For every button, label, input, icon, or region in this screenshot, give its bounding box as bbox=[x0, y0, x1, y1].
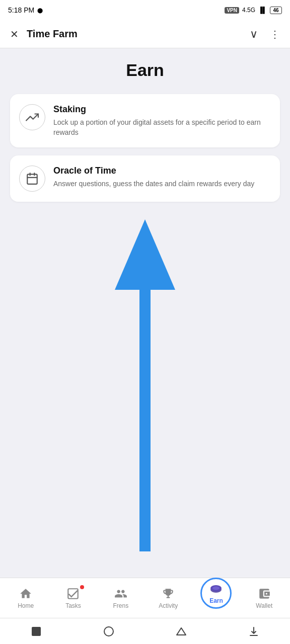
back-square-icon bbox=[30, 625, 42, 637]
staking-description: Lock up a portion of your digital assets… bbox=[53, 118, 271, 137]
svg-rect-0 bbox=[27, 175, 37, 185]
chevron-down-button[interactable]: ∨ bbox=[248, 26, 260, 43]
nav-item-wallet[interactable]: Wallet bbox=[249, 584, 279, 612]
home-label: Home bbox=[18, 602, 34, 609]
more-icon: ⋮ bbox=[270, 29, 280, 40]
frens-icon bbox=[114, 587, 127, 600]
battery-indicator: 46 bbox=[270, 7, 282, 14]
nav-item-home[interactable]: Home bbox=[11, 584, 41, 612]
home-icon bbox=[19, 587, 32, 600]
close-button[interactable]: ✕ bbox=[8, 26, 21, 42]
wallet-icon bbox=[258, 587, 271, 600]
tasks-icon bbox=[66, 587, 80, 600]
blue-arrow-svg bbox=[110, 189, 180, 551]
signal-bars-icon: ▐▌ bbox=[258, 7, 267, 14]
page-title: Earn bbox=[10, 60, 280, 80]
earn-coin-icon bbox=[209, 582, 223, 596]
recents-triangle-icon bbox=[175, 625, 187, 637]
back-square-button[interactable] bbox=[27, 622, 45, 640]
status-right-area: VPN 4.5G ▐▌ 46 bbox=[225, 7, 282, 14]
earn-label: Earn bbox=[209, 597, 223, 604]
staking-card[interactable]: Staking Lock up a portion of your digita… bbox=[10, 94, 280, 147]
tasks-label: Tasks bbox=[65, 602, 81, 609]
status-time-area: 5:18 PM ⬤ bbox=[8, 6, 43, 14]
download-icon bbox=[248, 625, 260, 637]
nav-item-frens[interactable]: Frens bbox=[106, 584, 136, 612]
recents-triangle-button[interactable] bbox=[172, 622, 190, 640]
top-navigation: ✕ Time Farm ∨ ⋮ bbox=[0, 20, 290, 48]
frens-label: Frens bbox=[113, 602, 128, 609]
status-bar: 5:18 PM ⬤ VPN 4.5G ▐▌ 46 bbox=[0, 0, 290, 20]
vpn-badge: VPN bbox=[225, 7, 239, 14]
oracle-card[interactable]: Oracle of Time Answer questions, guess t… bbox=[10, 155, 280, 202]
network-indicator: 4.5G bbox=[242, 7, 255, 14]
activity-label: Activity bbox=[159, 602, 178, 609]
svg-point-9 bbox=[212, 586, 220, 590]
staking-icon-wrapper bbox=[19, 104, 45, 130]
svg-marker-5 bbox=[115, 219, 175, 290]
chevron-down-icon: ∨ bbox=[250, 28, 258, 40]
nav-item-activity[interactable]: Activity bbox=[153, 584, 183, 612]
oracle-title: Oracle of Time bbox=[53, 166, 271, 176]
home-circle-button[interactable] bbox=[100, 622, 118, 640]
bottom-navigation: Home Tasks Frens Activity Earn bbox=[0, 578, 290, 618]
top-nav-left: ✕ Time Farm bbox=[8, 26, 78, 42]
arrow-overlay bbox=[110, 189, 180, 553]
system-navigation-bar bbox=[0, 618, 290, 644]
download-button[interactable] bbox=[245, 622, 263, 640]
app-title: Time Farm bbox=[27, 28, 78, 40]
svg-rect-10 bbox=[32, 627, 41, 636]
staking-title: Staking bbox=[53, 104, 271, 115]
svg-rect-6 bbox=[68, 589, 79, 599]
home-circle-icon bbox=[103, 625, 115, 637]
time-display: 5:18 PM bbox=[8, 6, 34, 14]
wallet-label: Wallet bbox=[256, 602, 272, 609]
dot-icon: ⬤ bbox=[37, 8, 43, 13]
nav-item-tasks[interactable]: Tasks bbox=[58, 584, 88, 612]
more-options-button[interactable]: ⋮ bbox=[268, 26, 282, 42]
svg-point-11 bbox=[104, 627, 113, 636]
trending-up-icon bbox=[26, 111, 39, 124]
activity-icon bbox=[162, 587, 175, 600]
oracle-description: Answer questions, guess the dates and cl… bbox=[53, 179, 271, 189]
main-content: Earn Staking Lock up a portion of your d… bbox=[0, 48, 290, 578]
top-nav-right: ∨ ⋮ bbox=[248, 26, 282, 43]
oracle-text: Oracle of Time Answer questions, guess t… bbox=[53, 166, 271, 189]
calendar-icon bbox=[26, 172, 39, 185]
nav-item-earn[interactable]: Earn bbox=[200, 578, 232, 609]
oracle-icon-wrapper bbox=[19, 166, 45, 192]
staking-text: Staking Lock up a portion of your digita… bbox=[53, 104, 271, 137]
svg-marker-12 bbox=[177, 628, 186, 635]
